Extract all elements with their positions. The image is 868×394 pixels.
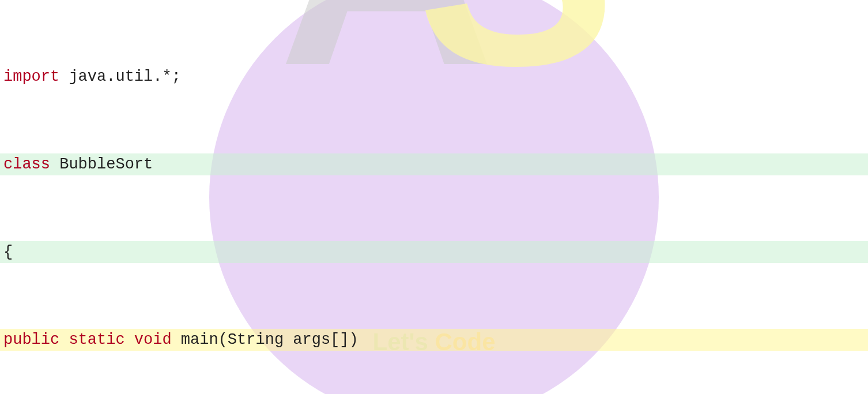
brace: { bbox=[3, 243, 13, 261]
class-name: BubbleSort bbox=[50, 156, 153, 173]
keyword-void: void bbox=[125, 331, 172, 348]
keyword-import: import bbox=[3, 68, 59, 85]
code-line: class BubbleSort bbox=[0, 153, 868, 175]
method-signature: main(String args[]) bbox=[172, 331, 358, 348]
keyword-class: class bbox=[3, 156, 50, 173]
code-line: public static void main(String args[]) bbox=[0, 329, 868, 351]
keyword-public: public bbox=[3, 331, 59, 348]
code-block: import java.util.*; class BubbleSort { p… bbox=[0, 0, 868, 394]
code-line: { bbox=[0, 241, 868, 263]
code-text: java.util.*; bbox=[59, 68, 181, 85]
code-line: import java.util.*; bbox=[0, 66, 868, 88]
keyword-static: static bbox=[59, 331, 124, 348]
